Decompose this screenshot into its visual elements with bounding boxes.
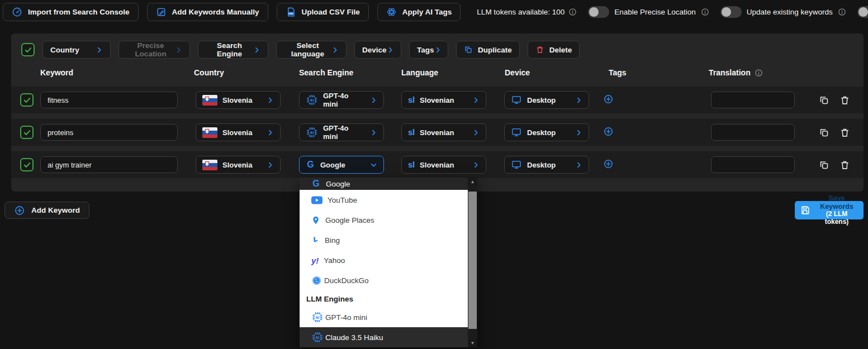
add-keywords-manually-button[interactable]: Add Keywords Manually	[147, 3, 268, 21]
bulk-button-label: Precise Location	[126, 41, 175, 58]
update-existing-keywords-toggle[interactable]	[720, 6, 742, 18]
header-country: Country	[191, 68, 295, 77]
translation-input[interactable]	[711, 124, 795, 141]
info-icon[interactable]	[755, 69, 763, 77]
row-checkbox[interactable]	[20, 158, 34, 171]
dropdown-scrollbar[interactable]: ▲ ▼	[468, 178, 477, 347]
bulk-button-label: Delete	[549, 46, 572, 54]
delete-row-icon[interactable]	[839, 160, 850, 170]
duplicate-row-icon[interactable]	[819, 95, 829, 106]
country-select[interactable]: Slovenia	[196, 123, 281, 141]
search-console-gauge-icon	[12, 7, 22, 17]
dropdown-item-gpt-4o-mini[interactable]: AI GPT-4o mini	[300, 307, 468, 327]
chevron-right-icon	[472, 97, 480, 104]
header-device: Device	[500, 68, 600, 77]
delete-row-icon[interactable]	[839, 127, 850, 138]
ai-chip-icon: AI	[311, 331, 324, 343]
chevron-right-icon	[575, 129, 582, 136]
row-checkbox[interactable]	[20, 93, 34, 107]
search-engine-select[interactable]: AI GPT-4o mini	[299, 91, 384, 109]
language-select[interactable]: sl Slovenian	[401, 123, 486, 141]
bulk-button-label: Country	[50, 46, 79, 54]
add-tag-icon[interactable]	[603, 126, 614, 137]
language-select[interactable]: sl Slovenian	[401, 156, 486, 174]
chevron-right-icon	[472, 161, 480, 169]
duplicate-row-icon[interactable]	[819, 160, 829, 170]
dropdown-item-google[interactable]: G Google	[300, 178, 468, 190]
bulk-country-button[interactable]: Country	[42, 41, 111, 59]
info-icon[interactable]	[568, 8, 577, 16]
chevron-right-icon	[575, 97, 582, 104]
chevron-right-icon	[267, 129, 274, 136]
bulk-device-button[interactable]: Device	[354, 41, 401, 59]
apply-ai-tags-button[interactable]: Apply AI Tags	[377, 3, 461, 21]
translation-input[interactable]	[711, 156, 795, 173]
dropdown-item-claude-3-5-haiku[interactable]: AI Claude 3.5 Haiku	[300, 327, 468, 347]
llm-tokens-available: LLM tokens available: 100	[477, 8, 577, 16]
delete-button[interactable]: Delete	[528, 41, 580, 59]
scrollbar-down-arrow-icon[interactable]: ▼	[468, 339, 477, 347]
bulk-select-language-button[interactable]: Select language	[276, 41, 347, 59]
info-icon[interactable]	[838, 8, 846, 16]
device-select[interactable]: Desktop	[504, 91, 589, 109]
search-engine-select[interactable]: AI GPT-4o mini	[299, 123, 384, 141]
add-keyword-button[interactable]: Add Keyword	[4, 202, 89, 219]
create-keyword-views-toggle[interactable]	[857, 6, 868, 18]
language-select[interactable]: sl Slovenian	[401, 91, 486, 109]
dropdown-item-duckduckgo[interactable]: DuckDuckGo	[300, 270, 468, 290]
info-icon[interactable]	[701, 8, 709, 16]
dropdown-item-bing[interactable]: Bing	[300, 230, 468, 250]
dropdown-item-yahoo[interactable]: y! Yahoo	[300, 250, 468, 270]
top-toolbar: Import from Search Console Add Keywords …	[3, 3, 868, 21]
row-checkbox[interactable]	[20, 126, 34, 139]
header-translation: Translation	[705, 68, 817, 77]
toggle-label: Update existing keywords	[747, 8, 833, 16]
chevron-down-icon	[370, 161, 377, 169]
keyword-input[interactable]	[40, 124, 178, 141]
toggle-knob	[722, 7, 731, 17]
language-code-badge: sl	[408, 128, 415, 137]
add-tag-icon[interactable]	[603, 94, 614, 104]
search-engine-options-list: G Google YouTube Google Places Bing y! Y…	[300, 178, 468, 347]
scrollbar-thumb[interactable]	[468, 192, 477, 329]
search-engine-select-open[interactable]: G Google	[299, 156, 384, 174]
delete-row-icon[interactable]	[839, 95, 850, 106]
scrollbar-up-arrow-icon[interactable]: ▲	[468, 178, 477, 186]
dropdown-item-youtube[interactable]: YouTube	[300, 190, 468, 210]
import-search-console-button[interactable]: Import from Search Console	[3, 3, 139, 21]
google-places-pin-icon	[311, 216, 320, 225]
button-label: Import from Search Console	[28, 8, 130, 16]
bulk-search-engine-button[interactable]: Search Engine	[198, 41, 268, 59]
svg-text:AI: AI	[316, 336, 320, 340]
header-keyword: Keyword	[37, 68, 191, 77]
select-all-checkbox[interactable]	[21, 43, 35, 56]
device-select[interactable]: Desktop	[504, 123, 589, 141]
toggle-knob	[858, 7, 868, 17]
device-select[interactable]: Desktop	[504, 156, 589, 174]
monitor-icon	[511, 94, 522, 106]
enable-precise-location-toggle[interactable]	[588, 6, 609, 18]
table-row: Slovenia G Google sl Slovenian D	[11, 151, 864, 178]
country-select[interactable]: Slovenia	[196, 156, 281, 174]
upload-csv-button[interactable]: CSV Upload CSV File	[277, 3, 369, 21]
save-button-label: Save Keywords	[815, 194, 858, 211]
translation-input[interactable]	[711, 92, 795, 108]
country-select[interactable]: Slovenia	[196, 91, 281, 109]
keyword-input[interactable]	[40, 156, 178, 173]
header-search-engine: Search Engine	[295, 68, 397, 77]
add-tag-icon[interactable]	[603, 159, 614, 169]
yahoo-icon: y!	[311, 256, 319, 265]
bulk-tags-button[interactable]: Tags	[409, 41, 448, 59]
llm-tokens-label: LLM tokens available: 100	[477, 8, 565, 16]
duplicate-row-icon[interactable]	[819, 127, 829, 138]
slovenia-flag-icon	[202, 95, 217, 106]
monitor-icon	[511, 159, 522, 170]
duplicate-button[interactable]: Duplicate	[456, 41, 520, 59]
chevron-right-icon	[370, 97, 377, 104]
save-keywords-button[interactable]: Save Keywords (2 LLM tokens)	[795, 201, 864, 219]
bulk-actions-bar: Country Precise Location Search Engine S…	[11, 34, 864, 59]
dropdown-item-google-places[interactable]: Google Places	[300, 210, 468, 230]
language-code-badge: sl	[408, 95, 415, 104]
youtube-icon	[311, 196, 322, 204]
keyword-input[interactable]	[40, 92, 178, 108]
